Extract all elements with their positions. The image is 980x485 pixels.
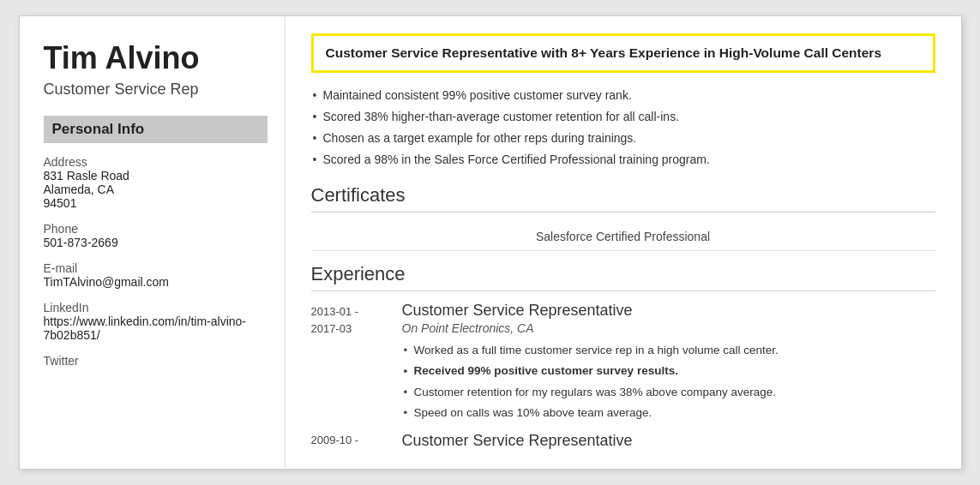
candidate-title: Customer Service Rep bbox=[44, 81, 268, 99]
exp-date-end: 2017-03 bbox=[311, 322, 352, 335]
exp-details-1: Customer Service Representative On Point… bbox=[402, 302, 935, 423]
phone-value: 501-873-2669 bbox=[44, 236, 268, 249]
exp-next-title: Customer Service Representative bbox=[402, 432, 633, 450]
address-line1: 831 Rasle Road bbox=[44, 169, 268, 183]
phone-label: Phone bbox=[44, 222, 268, 236]
summary-bullet: Chosen as a target example for other rep… bbox=[311, 128, 935, 149]
certificate-item: Salesforce Certified Professional bbox=[311, 223, 935, 251]
email-value: TimTAlvino@gmail.com bbox=[44, 275, 268, 289]
candidate-name: Tim Alvino bbox=[44, 40, 268, 75]
main-content: Customer Service Representative with 8+ … bbox=[286, 16, 961, 469]
phone-block: Phone 501-873-2669 bbox=[44, 222, 268, 249]
sidebar: Tim Alvino Customer Service Rep Personal… bbox=[20, 16, 286, 469]
exp-bullet: Received 99% positive customer survey re… bbox=[402, 361, 935, 381]
twitter-block: Twitter bbox=[44, 354, 268, 368]
address-block: Address 831 Rasle Road Alameda, CA 94501 bbox=[44, 155, 268, 210]
exp-next-date: 2009-10 - bbox=[311, 432, 388, 450]
summary-bullet: Scored a 98% in the Sales Force Certifie… bbox=[311, 149, 935, 171]
exp-company-1: On Point Electronics, CA bbox=[402, 321, 935, 335]
summary-bullet: Scored 38% higher-than-average customer … bbox=[311, 106, 935, 128]
summary-bullet: Maintained consistent 99% positive custo… bbox=[311, 85, 935, 106]
email-block: E-mail TimTAlvino@gmail.com bbox=[44, 261, 268, 289]
linkedin-label: LinkedIn bbox=[44, 301, 268, 314]
exp-bullet: Speed on calls was 10% above team averag… bbox=[402, 403, 935, 423]
certificates-title: Certificates bbox=[311, 184, 935, 207]
email-label: E-mail bbox=[44, 261, 268, 275]
address-line3: 94501 bbox=[44, 196, 268, 210]
linkedin-value: https://www.linkedin.com/in/tim-alvino-7… bbox=[44, 314, 268, 342]
personal-info-header: Personal Info bbox=[44, 116, 268, 143]
exp-bullets-1: Worked as a full time customer service r… bbox=[402, 340, 935, 423]
exp-date-start: 2013-01 - bbox=[311, 305, 359, 318]
exp-bullet: Worked as a full time customer service r… bbox=[402, 340, 935, 361]
headline-box: Customer Service Representative with 8+ … bbox=[311, 33, 935, 73]
summary-bullets: Maintained consistent 99% positive custo… bbox=[311, 85, 935, 171]
experience-block-2: 2009-10 - Customer Service Representativ… bbox=[311, 432, 935, 450]
exp-dates-1: 2013-01 - 2017-03 bbox=[311, 302, 388, 423]
experience-title: Experience bbox=[311, 263, 935, 285]
certificates-divider bbox=[311, 212, 935, 213]
twitter-label: Twitter bbox=[44, 354, 268, 368]
exp-bullet: Customer retention for my regulars was 3… bbox=[402, 382, 935, 403]
exp-job-title-1: Customer Service Representative bbox=[402, 302, 935, 320]
experience-divider bbox=[311, 290, 935, 291]
linkedin-block: LinkedIn https://www.linkedin.com/in/tim… bbox=[44, 301, 268, 342]
address-line2: Alameda, CA bbox=[44, 183, 268, 196]
experience-block-1: 2013-01 - 2017-03 Customer Service Repre… bbox=[311, 302, 935, 423]
address-label: Address bbox=[44, 155, 268, 169]
